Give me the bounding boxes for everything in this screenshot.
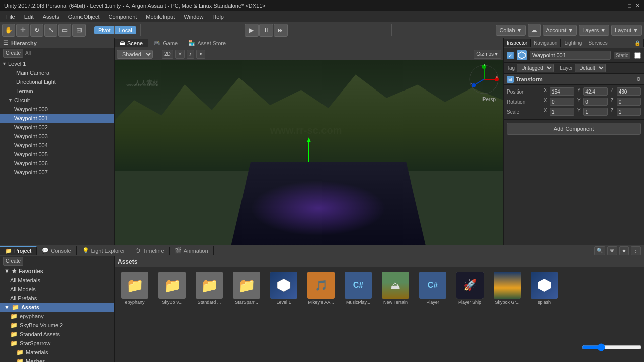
tab-project[interactable]: 📁 Project [0, 246, 37, 255]
menu-edit[interactable]: Edit [20, 13, 38, 21]
account-button[interactable]: Account ▼ [543, 25, 577, 36]
asset-starsparrow[interactable]: 📁 StarSparr... [229, 270, 264, 306]
asset-musicplay[interactable]: C# MusicPlay... [341, 270, 375, 306]
asset-new-terrain[interactable]: ⛰ New Terrain [378, 270, 413, 306]
rect-tool[interactable]: ▭ [58, 24, 71, 37]
all-materials-item[interactable]: All Materials [0, 276, 114, 285]
materials-folder[interactable]: 📁 Materials [0, 348, 114, 357]
asset-player-ship[interactable]: 🚀 Player Ship [453, 270, 487, 306]
static-checkbox[interactable] [634, 52, 641, 59]
tree-main-camera[interactable]: Main Camera [0, 68, 114, 77]
search-input[interactable]: 🔍 [594, 246, 605, 255]
2d-button[interactable]: 2D [162, 50, 173, 59]
pos-y-input[interactable]: 42.4 [583, 87, 607, 96]
scene-view[interactable]: 人人素材 www.rr-sc.com www.rr-sc.com [115, 60, 503, 245]
pivot-button[interactable]: Pivot [94, 26, 114, 34]
starsparrow-folder[interactable]: 📁 StarSparrow [0, 339, 114, 348]
bottom-star-btn[interactable]: ★ [619, 246, 629, 255]
lights-btn[interactable]: ☀ [175, 50, 185, 59]
close-btn[interactable]: ✕ [635, 3, 640, 9]
tree-wp005[interactable]: Waypoint 005 [0, 150, 114, 159]
tag-dropdown[interactable]: Untagged [517, 64, 554, 72]
asset-skybox-gr[interactable]: Skybox Gr... [490, 270, 524, 306]
pause-button[interactable]: ⏸ [259, 24, 273, 37]
tab-inspector[interactable]: Inspector [504, 39, 531, 47]
tree-level1[interactable]: ▼ Level 1 [0, 59, 114, 68]
audio-btn[interactable]: ♪ [187, 50, 194, 59]
asset-level1[interactable]: Level 1 [267, 270, 301, 306]
tree-wp001[interactable]: Waypoint 001 [0, 114, 114, 123]
epyphany-folder[interactable]: 📁 epyphany [0, 312, 114, 321]
pos-z-input[interactable]: 430 [617, 87, 641, 96]
scale-tool[interactable]: ⤡ [44, 24, 57, 37]
asset-splash[interactable]: splash [527, 270, 561, 306]
gizmos-btn[interactable]: Gizmos ▼ [474, 50, 501, 59]
object-active-checkbox[interactable]: ✓ [507, 52, 514, 59]
asset-standard[interactable]: 📁 Standard ... [192, 270, 226, 306]
bottom-more-btn[interactable]: ⋮ [631, 246, 641, 255]
maximize-btn[interactable]: □ [628, 3, 631, 9]
tab-timeline[interactable]: ⏱ Timeline [130, 247, 169, 255]
scale-x-input[interactable]: 1 [550, 108, 574, 116]
add-component-button[interactable]: Add Component [507, 123, 641, 135]
asset-mikeys[interactable]: 🎵 Mikey's AA... [304, 270, 338, 306]
standard-folder[interactable]: 📁 Standard Assets [0, 330, 114, 339]
layer-dropdown[interactable]: Default [575, 64, 606, 72]
transform-settings[interactable]: ⚙ [636, 76, 641, 82]
rot-y-input[interactable]: 0 [583, 98, 607, 106]
asset-skybox-vol[interactable]: 📁 SkyBo V... [155, 270, 189, 306]
minimize-btn[interactable]: ─ [620, 3, 624, 9]
tab-game[interactable]: 🎮 Game [148, 39, 183, 47]
asset-size-slider[interactable] [582, 343, 642, 351]
local-button[interactable]: Local [115, 26, 136, 34]
tree-wp003[interactable]: Waypoint 003 [0, 132, 114, 141]
tab-services[interactable]: Services [585, 39, 611, 47]
rot-x-input[interactable]: 0 [550, 98, 574, 106]
menu-file[interactable]: File [2, 13, 19, 21]
tab-console[interactable]: 💬 Console [37, 246, 76, 255]
scale-z-input[interactable]: 1 [617, 108, 641, 116]
tab-animation[interactable]: 🎬 Animation [170, 246, 214, 255]
assets-header[interactable]: ▼ 📁 Assets [0, 303, 114, 312]
menu-gameobject[interactable]: GameObject [64, 13, 104, 21]
tree-wp000[interactable]: Waypoint 000 [0, 105, 114, 114]
asset-player[interactable]: C# Player [416, 270, 450, 306]
menu-mobileinput[interactable]: MobileInput [142, 13, 179, 21]
tab-scene[interactable]: 🏔 Scene [115, 39, 148, 47]
tab-navigation[interactable]: Navigation [531, 39, 561, 47]
asset-epyphany[interactable]: 📁 epyphany [118, 270, 152, 306]
menu-component[interactable]: Component [104, 13, 141, 21]
hierarchy-create-btn[interactable]: Create [3, 49, 23, 58]
effects-btn[interactable]: ✦ [196, 50, 205, 59]
multi-tool[interactable]: ⊞ [72, 24, 86, 37]
tab-asset-store[interactable]: 🏪 Asset Store [183, 39, 231, 47]
tree-circuit[interactable]: ▼ Circuit [0, 96, 114, 105]
hand-tool[interactable]: ✋ [2, 24, 15, 37]
tab-light-explorer[interactable]: 💡 Light Explorer [77, 246, 131, 255]
inspector-lock[interactable]: 🔒 [631, 39, 644, 47]
project-create-btn[interactable]: Create [3, 257, 23, 266]
pos-x-input[interactable]: 154 [550, 87, 574, 96]
tree-terrain[interactable]: Terrain [0, 86, 114, 96]
move-tool[interactable]: ✛ [16, 24, 29, 37]
bottom-eye-btn[interactable]: 👁 [607, 246, 617, 255]
collab-button[interactable]: Collab ▼ [496, 25, 525, 36]
step-button[interactable]: ⏭ [274, 24, 288, 37]
all-prefabs-item[interactable]: All Prefabs [0, 294, 114, 303]
rot-z-input[interactable]: 0 [617, 98, 641, 106]
tree-wp007[interactable]: Waypoint 007 [0, 168, 114, 177]
tree-wp004[interactable]: Waypoint 004 [0, 141, 114, 150]
rotate-tool[interactable]: ↻ [30, 24, 43, 37]
tree-wp002[interactable]: Waypoint 002 [0, 123, 114, 132]
tree-wp006[interactable]: Waypoint 006 [0, 159, 114, 168]
all-models-item[interactable]: All Models [0, 285, 114, 294]
meshes-folder[interactable]: 📁 Meshes [0, 357, 114, 362]
play-button[interactable]: ▶ [245, 24, 259, 37]
scale-y-input[interactable]: 1 [583, 108, 607, 116]
skybox-folder[interactable]: 📁 SkyBox Volume 2 [0, 321, 114, 330]
tab-lighting[interactable]: Lighting [561, 39, 585, 47]
cloud-button[interactable]: ☁ [528, 24, 541, 37]
object-name-input[interactable] [530, 51, 611, 60]
favorites-header[interactable]: ▼ ★ Favorites [0, 266, 114, 276]
transform-component-header[interactable]: ⊞ Transform ⚙ [504, 74, 644, 85]
